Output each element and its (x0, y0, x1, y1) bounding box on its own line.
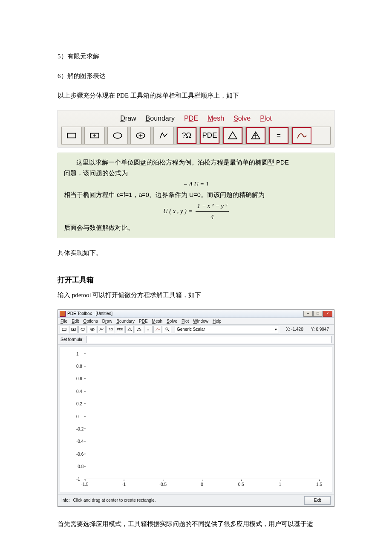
separator (197, 127, 200, 144)
set-formula-label: Set formula: (61, 337, 84, 342)
svg-marker-20 (127, 328, 131, 331)
separator (174, 127, 177, 144)
svg-point-16 (81, 328, 84, 331)
y-tick: 0.2 (76, 402, 82, 406)
app-icon (60, 311, 66, 317)
svg-point-4 (113, 133, 122, 139)
y-coord-readout: Y: 0.9947 (308, 327, 332, 332)
mesh-tool-icon[interactable] (125, 326, 134, 333)
menu-pde[interactable]: PDE (139, 319, 148, 324)
separator (151, 127, 154, 144)
status-row: Info: Click and drag at center to create… (58, 494, 334, 506)
y-tick: 0.8 (76, 364, 82, 369)
minimize-button[interactable]: – (303, 311, 313, 317)
x-tick: 0.5 (238, 482, 244, 487)
separator (220, 127, 223, 144)
pde-toolbox-window: PDE Toolbox - [Untitled] – □ × File Edit… (58, 309, 334, 507)
ellipse-tool-icon (108, 127, 128, 144)
separator (266, 127, 269, 144)
plot-tool-icon[interactable] (153, 326, 162, 333)
ellipse-tool-icon[interactable] (78, 326, 87, 333)
menu-draw[interactable]: Draw (102, 319, 112, 324)
solve-tool-icon[interactable]: = (144, 326, 153, 333)
toolbar-intro: 以上步骤充分体现在 PDE 工具箱的菜单栏和工具栏顺序上，如下 (58, 90, 334, 101)
svg-marker-8 (228, 132, 237, 139)
toolbar-row: ?Ω PDE = (61, 127, 331, 145)
svg-line-24 (167, 330, 169, 331)
separator (289, 127, 292, 144)
menu-plot: Plot (260, 115, 272, 122)
menu-mesh[interactable]: Mesh (152, 319, 162, 324)
rect-center-tool-icon[interactable] (69, 326, 78, 333)
menu-edit[interactable]: Edit (72, 319, 79, 324)
application-mode-select[interactable]: Generic Scalar ▾ (175, 326, 279, 333)
polygon-tool-icon (154, 127, 174, 144)
y-tick: -1 (76, 477, 80, 481)
menu-labels: Draw Boundary PDE Mesh Solve Plot (61, 115, 331, 122)
y-tick: -0.4 (76, 439, 84, 444)
plot-tool-icon (292, 127, 311, 144)
plot-area[interactable]: -1-0.8-0.6-0.4-0.200.20.40.60.81-1.5-1-0… (60, 347, 332, 492)
solve-tool-icon: = (269, 127, 289, 144)
boundary-tool-icon: ?Ω (177, 127, 197, 144)
example-line3: 后面会与数值解做对比。 (64, 223, 328, 233)
y-tick: 0.4 (76, 389, 82, 393)
exit-button[interactable]: Exit (304, 496, 331, 505)
rect-center-tool-icon (85, 127, 105, 144)
window-title: PDE Toolbox - [Untitled] (67, 311, 112, 316)
menu-file[interactable]: File (61, 319, 67, 324)
example-line1a: 这里以求解一个单位圆盘的泊松方程为例。泊松方程是最简单的椭圆型 PDE (64, 157, 328, 168)
menu-help[interactable]: Help (213, 319, 222, 324)
axes (85, 354, 319, 479)
menu-boundary: Boundary (146, 115, 175, 122)
separator (128, 127, 131, 144)
example-box: 这里以求解一个单位圆盘的泊松方程为例。泊松方程是最简单的椭圆型 PDE 问题，该… (58, 153, 334, 238)
menu-boundary[interactable]: Boundary (116, 319, 135, 324)
separator (105, 127, 108, 144)
exact-solution-lhs: U ( x , y ) = (163, 208, 192, 214)
document-page: 5）有限元求解 6）解的图形表达 以上步骤充分体现在 PDE 工具箱的菜单栏和工… (0, 0, 392, 547)
window-buttons: – □ × (303, 311, 332, 317)
x-tick: -1.5 (81, 482, 88, 487)
x-tick: -0.5 (159, 482, 167, 487)
ellipse-center-tool-icon (131, 127, 151, 144)
exact-solution-numerator: 1 − x ² − y ² (196, 201, 229, 212)
refine-mesh-tool-icon (246, 127, 266, 144)
example-line1b: 问题，该问题的公式为 (64, 168, 328, 179)
select-mode-para: 首先需要选择应用模式，工具箱根据实际问题的不同提供了很多应用模式，用户可以基于适 (58, 519, 334, 529)
window-titlebar: PDE Toolbox - [Untitled] – □ × (58, 310, 334, 318)
info-label: Info: (61, 498, 69, 503)
menu-mesh: Mesh (208, 115, 224, 122)
pde-tool-icon: PDE (200, 127, 220, 144)
menubar: File Edit Options Draw Boundary PDE Mesh… (58, 318, 334, 325)
y-tick: 1 (76, 351, 79, 356)
close-button[interactable]: × (323, 311, 332, 317)
section-open-toolbox: 打开工具箱 (58, 275, 334, 285)
list-item-5: 5）有限元求解 (58, 51, 334, 61)
maximize-button[interactable]: □ (313, 311, 323, 317)
zoom-tool-icon[interactable] (163, 326, 171, 333)
pde-tool-icon[interactable]: PDE (116, 326, 124, 333)
impl-follows: 具体实现如下。 (58, 248, 334, 258)
info-text: Click and drag at center to create recta… (73, 498, 301, 503)
x-tick: 1.5 (316, 482, 322, 487)
toolbar-figure: Draw Boundary PDE Mesh Solve Plot ?Ω PDE (58, 110, 334, 147)
application-mode-value: Generic Scalar (177, 327, 205, 332)
rect-tool-icon[interactable] (60, 326, 68, 333)
menu-window[interactable]: Window (193, 319, 208, 324)
polygon-tool-icon[interactable] (97, 326, 106, 333)
menu-draw: Draw (120, 115, 136, 122)
menu-solve[interactable]: Solve (167, 319, 177, 324)
ellipse-center-tool-icon[interactable] (88, 326, 96, 333)
boundary-tool-icon[interactable]: ?Ω (107, 326, 115, 333)
svg-point-23 (165, 328, 168, 330)
set-formula-input[interactable] (86, 336, 331, 343)
menu-plot[interactable]: Plot (182, 319, 189, 324)
exact-solution: U ( x , y ) = 1 − x ² − y ² 4 (64, 201, 328, 223)
menu-options[interactable]: Options (83, 319, 98, 324)
separator (82, 127, 85, 144)
refine-mesh-tool-icon[interactable] (135, 326, 143, 333)
x-tick: -1 (122, 482, 126, 487)
rect-tool-icon (62, 127, 82, 144)
y-tick: -0.2 (76, 427, 84, 431)
